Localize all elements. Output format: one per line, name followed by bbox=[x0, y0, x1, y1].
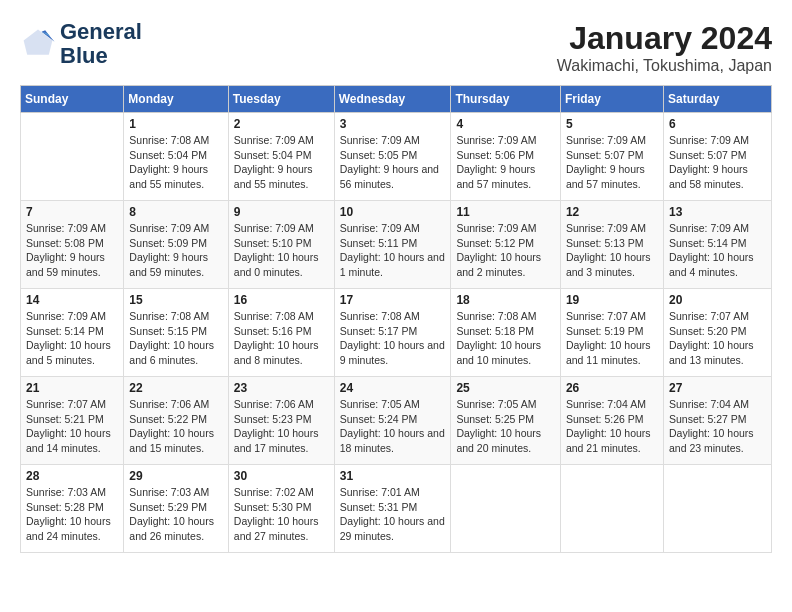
day-cell: 18 Sunrise: 7:08 AM Sunset: 5:18 PM Dayl… bbox=[451, 289, 561, 377]
week-row-1: 1 Sunrise: 7:08 AM Sunset: 5:04 PM Dayli… bbox=[21, 113, 772, 201]
day-info: Sunrise: 7:09 AM Sunset: 5:04 PM Dayligh… bbox=[234, 133, 329, 192]
day-info: Sunrise: 7:06 AM Sunset: 5:22 PM Dayligh… bbox=[129, 397, 222, 456]
day-number: 3 bbox=[340, 117, 446, 131]
day-cell: 26 Sunrise: 7:04 AM Sunset: 5:26 PM Dayl… bbox=[560, 377, 663, 465]
weekday-header-row: SundayMondayTuesdayWednesdayThursdayFrid… bbox=[21, 86, 772, 113]
day-number: 31 bbox=[340, 469, 446, 483]
svg-marker-0 bbox=[24, 30, 53, 55]
day-info: Sunrise: 7:09 AM Sunset: 5:10 PM Dayligh… bbox=[234, 221, 329, 280]
day-number: 1 bbox=[129, 117, 222, 131]
day-cell: 13 Sunrise: 7:09 AM Sunset: 5:14 PM Dayl… bbox=[663, 201, 771, 289]
day-cell: 14 Sunrise: 7:09 AM Sunset: 5:14 PM Dayl… bbox=[21, 289, 124, 377]
week-row-4: 21 Sunrise: 7:07 AM Sunset: 5:21 PM Dayl… bbox=[21, 377, 772, 465]
day-number: 2 bbox=[234, 117, 329, 131]
day-info: Sunrise: 7:09 AM Sunset: 5:14 PM Dayligh… bbox=[26, 309, 118, 368]
day-info: Sunrise: 7:04 AM Sunset: 5:27 PM Dayligh… bbox=[669, 397, 766, 456]
day-info: Sunrise: 7:03 AM Sunset: 5:28 PM Dayligh… bbox=[26, 485, 118, 544]
logo-text: General Blue bbox=[60, 20, 142, 68]
day-cell: 28 Sunrise: 7:03 AM Sunset: 5:28 PM Dayl… bbox=[21, 465, 124, 553]
day-cell: 17 Sunrise: 7:08 AM Sunset: 5:17 PM Dayl… bbox=[334, 289, 451, 377]
day-cell: 3 Sunrise: 7:09 AM Sunset: 5:05 PM Dayli… bbox=[334, 113, 451, 201]
day-cell: 27 Sunrise: 7:04 AM Sunset: 5:27 PM Dayl… bbox=[663, 377, 771, 465]
day-cell: 12 Sunrise: 7:09 AM Sunset: 5:13 PM Dayl… bbox=[560, 201, 663, 289]
weekday-wednesday: Wednesday bbox=[334, 86, 451, 113]
week-row-2: 7 Sunrise: 7:09 AM Sunset: 5:08 PM Dayli… bbox=[21, 201, 772, 289]
day-cell: 23 Sunrise: 7:06 AM Sunset: 5:23 PM Dayl… bbox=[228, 377, 334, 465]
day-cell: 9 Sunrise: 7:09 AM Sunset: 5:10 PM Dayli… bbox=[228, 201, 334, 289]
week-row-3: 14 Sunrise: 7:09 AM Sunset: 5:14 PM Dayl… bbox=[21, 289, 772, 377]
day-number: 17 bbox=[340, 293, 446, 307]
week-row-5: 28 Sunrise: 7:03 AM Sunset: 5:28 PM Dayl… bbox=[21, 465, 772, 553]
day-number: 5 bbox=[566, 117, 658, 131]
day-info: Sunrise: 7:07 AM Sunset: 5:20 PM Dayligh… bbox=[669, 309, 766, 368]
day-cell: 19 Sunrise: 7:07 AM Sunset: 5:19 PM Dayl… bbox=[560, 289, 663, 377]
day-number: 20 bbox=[669, 293, 766, 307]
day-info: Sunrise: 7:09 AM Sunset: 5:07 PM Dayligh… bbox=[669, 133, 766, 192]
day-cell bbox=[451, 465, 561, 553]
day-cell: 6 Sunrise: 7:09 AM Sunset: 5:07 PM Dayli… bbox=[663, 113, 771, 201]
day-cell: 16 Sunrise: 7:08 AM Sunset: 5:16 PM Dayl… bbox=[228, 289, 334, 377]
day-cell: 15 Sunrise: 7:08 AM Sunset: 5:15 PM Dayl… bbox=[124, 289, 228, 377]
day-info: Sunrise: 7:09 AM Sunset: 5:14 PM Dayligh… bbox=[669, 221, 766, 280]
day-number: 8 bbox=[129, 205, 222, 219]
day-info: Sunrise: 7:06 AM Sunset: 5:23 PM Dayligh… bbox=[234, 397, 329, 456]
day-info: Sunrise: 7:09 AM Sunset: 5:12 PM Dayligh… bbox=[456, 221, 555, 280]
day-cell: 2 Sunrise: 7:09 AM Sunset: 5:04 PM Dayli… bbox=[228, 113, 334, 201]
day-number: 27 bbox=[669, 381, 766, 395]
day-number: 6 bbox=[669, 117, 766, 131]
day-cell: 21 Sunrise: 7:07 AM Sunset: 5:21 PM Dayl… bbox=[21, 377, 124, 465]
day-cell bbox=[663, 465, 771, 553]
title-block: January 2024 Wakimachi, Tokushima, Japan bbox=[557, 20, 772, 75]
day-cell: 8 Sunrise: 7:09 AM Sunset: 5:09 PM Dayli… bbox=[124, 201, 228, 289]
day-cell: 29 Sunrise: 7:03 AM Sunset: 5:29 PM Dayl… bbox=[124, 465, 228, 553]
subtitle: Wakimachi, Tokushima, Japan bbox=[557, 57, 772, 75]
day-cell: 20 Sunrise: 7:07 AM Sunset: 5:20 PM Dayl… bbox=[663, 289, 771, 377]
day-cell: 24 Sunrise: 7:05 AM Sunset: 5:24 PM Dayl… bbox=[334, 377, 451, 465]
day-number: 21 bbox=[26, 381, 118, 395]
day-number: 30 bbox=[234, 469, 329, 483]
day-number: 4 bbox=[456, 117, 555, 131]
day-number: 22 bbox=[129, 381, 222, 395]
day-info: Sunrise: 7:09 AM Sunset: 5:09 PM Dayligh… bbox=[129, 221, 222, 280]
day-info: Sunrise: 7:08 AM Sunset: 5:15 PM Dayligh… bbox=[129, 309, 222, 368]
day-info: Sunrise: 7:08 AM Sunset: 5:17 PM Dayligh… bbox=[340, 309, 446, 368]
day-info: Sunrise: 7:09 AM Sunset: 5:07 PM Dayligh… bbox=[566, 133, 658, 192]
weekday-saturday: Saturday bbox=[663, 86, 771, 113]
day-number: 16 bbox=[234, 293, 329, 307]
day-number: 11 bbox=[456, 205, 555, 219]
day-info: Sunrise: 7:07 AM Sunset: 5:19 PM Dayligh… bbox=[566, 309, 658, 368]
day-cell: 4 Sunrise: 7:09 AM Sunset: 5:06 PM Dayli… bbox=[451, 113, 561, 201]
day-info: Sunrise: 7:08 AM Sunset: 5:04 PM Dayligh… bbox=[129, 133, 222, 192]
day-info: Sunrise: 7:07 AM Sunset: 5:21 PM Dayligh… bbox=[26, 397, 118, 456]
day-cell: 22 Sunrise: 7:06 AM Sunset: 5:22 PM Dayl… bbox=[124, 377, 228, 465]
weekday-monday: Monday bbox=[124, 86, 228, 113]
day-info: Sunrise: 7:05 AM Sunset: 5:24 PM Dayligh… bbox=[340, 397, 446, 456]
calendar-body: 1 Sunrise: 7:08 AM Sunset: 5:04 PM Dayli… bbox=[21, 113, 772, 553]
day-number: 24 bbox=[340, 381, 446, 395]
day-number: 23 bbox=[234, 381, 329, 395]
day-info: Sunrise: 7:09 AM Sunset: 5:08 PM Dayligh… bbox=[26, 221, 118, 280]
weekday-sunday: Sunday bbox=[21, 86, 124, 113]
day-number: 12 bbox=[566, 205, 658, 219]
day-info: Sunrise: 7:01 AM Sunset: 5:31 PM Dayligh… bbox=[340, 485, 446, 544]
day-info: Sunrise: 7:02 AM Sunset: 5:30 PM Dayligh… bbox=[234, 485, 329, 544]
day-info: Sunrise: 7:03 AM Sunset: 5:29 PM Dayligh… bbox=[129, 485, 222, 544]
day-info: Sunrise: 7:09 AM Sunset: 5:05 PM Dayligh… bbox=[340, 133, 446, 192]
day-number: 10 bbox=[340, 205, 446, 219]
day-cell: 11 Sunrise: 7:09 AM Sunset: 5:12 PM Dayl… bbox=[451, 201, 561, 289]
day-cell: 5 Sunrise: 7:09 AM Sunset: 5:07 PM Dayli… bbox=[560, 113, 663, 201]
day-number: 29 bbox=[129, 469, 222, 483]
day-cell bbox=[21, 113, 124, 201]
day-info: Sunrise: 7:09 AM Sunset: 5:13 PM Dayligh… bbox=[566, 221, 658, 280]
weekday-thursday: Thursday bbox=[451, 86, 561, 113]
day-number: 15 bbox=[129, 293, 222, 307]
logo: General Blue bbox=[20, 20, 142, 68]
page-header: General Blue January 2024 Wakimachi, Tok… bbox=[20, 20, 772, 75]
day-number: 18 bbox=[456, 293, 555, 307]
day-info: Sunrise: 7:08 AM Sunset: 5:18 PM Dayligh… bbox=[456, 309, 555, 368]
logo-icon bbox=[20, 26, 56, 62]
weekday-friday: Friday bbox=[560, 86, 663, 113]
day-cell: 25 Sunrise: 7:05 AM Sunset: 5:25 PM Dayl… bbox=[451, 377, 561, 465]
day-number: 9 bbox=[234, 205, 329, 219]
day-info: Sunrise: 7:04 AM Sunset: 5:26 PM Dayligh… bbox=[566, 397, 658, 456]
